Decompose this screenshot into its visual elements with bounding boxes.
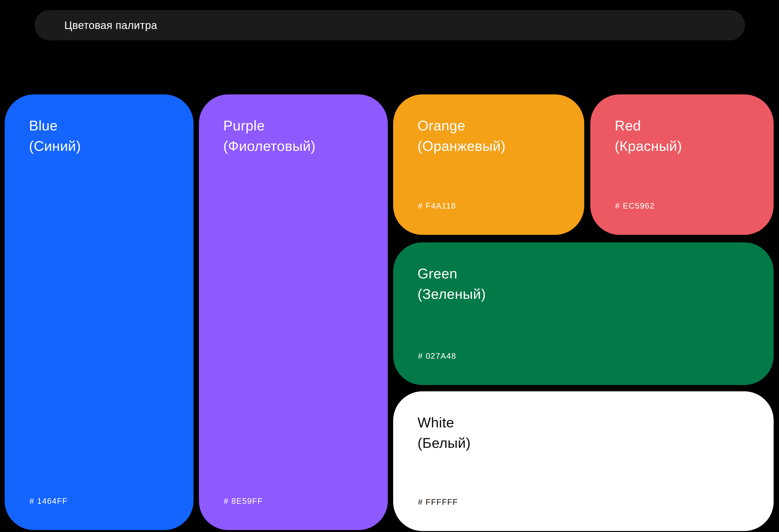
- color-card-red: Red (Красный) # EC5962: [590, 94, 774, 235]
- color-hex-label: # 1464FF: [29, 496, 68, 506]
- color-name-en: Purple: [223, 115, 363, 136]
- color-card-white: White (Белый) # FFFFFF: [393, 391, 774, 531]
- color-hex-label: # 8E59FF: [224, 496, 263, 506]
- page-title: Цветовая палитра: [64, 19, 157, 31]
- color-hex-label: # EC5962: [615, 201, 655, 210]
- page-header-bar: Цветовая палитра: [35, 10, 745, 41]
- color-name-en: Blue: [29, 115, 169, 136]
- color-card-title: Orange (Оранжевый): [418, 115, 560, 156]
- color-card-green: Green (Зеленый) # 027A48: [393, 243, 774, 385]
- color-card-blue: Blue (Синий) # 1464FF: [5, 94, 193, 530]
- color-name-ru: (Синий): [29, 136, 169, 156]
- color-card-title: Blue (Синий): [29, 115, 169, 156]
- color-name-en: White: [418, 412, 749, 433]
- color-name-en: Red: [615, 115, 749, 136]
- color-card-title: Red (Красный): [615, 115, 749, 156]
- color-name-ru: (Зеленый): [418, 284, 749, 304]
- color-name-en: Green: [418, 263, 749, 284]
- color-card-title: Green (Зеленый): [418, 263, 749, 304]
- color-hex-label: # FFFFFF: [418, 497, 458, 507]
- color-name-ru: (Фиолетовый): [223, 136, 363, 156]
- color-hex-label: # 027A48: [418, 351, 456, 361]
- color-card-title: Purple (Фиолетовый): [223, 115, 363, 156]
- color-hex-label: # F4A118: [418, 201, 456, 210]
- color-name-ru: (Красный): [615, 136, 749, 156]
- color-card-purple: Purple (Фиолетовый) # 8E59FF: [199, 94, 388, 530]
- color-card-title: White (Белый): [418, 412, 749, 453]
- color-name-ru: (Белый): [418, 433, 749, 453]
- page-background: { "page": { "background": "#000000" }, "…: [0, 0, 779, 532]
- color-name-en: Orange: [418, 115, 560, 136]
- color-name-ru: (Оранжевый): [418, 136, 560, 156]
- color-card-orange: Orange (Оранжевый) # F4A118: [393, 94, 584, 235]
